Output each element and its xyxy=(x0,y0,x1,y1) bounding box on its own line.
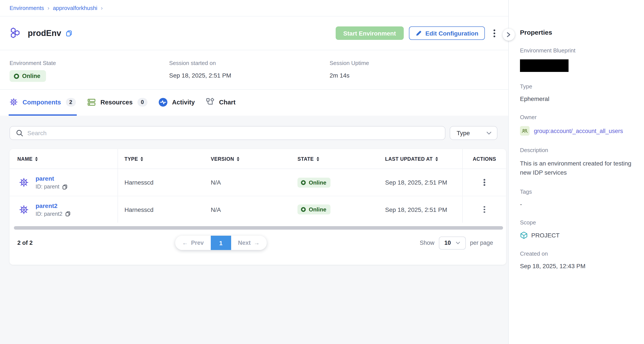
tab-activity[interactable]: Activity xyxy=(158,90,196,116)
column-header-state[interactable]: STATE xyxy=(291,149,378,169)
page-header: prodEnv Start Environment Edit Configura… xyxy=(0,16,508,50)
chevron-down-icon xyxy=(456,242,460,244)
gear-icon xyxy=(10,98,18,106)
field-created-on: Created on Sep 18, 2025, 12:43 PM xyxy=(520,250,636,270)
session-started-value: Sep 18, 2025, 2:51 PM xyxy=(169,72,330,79)
type-filter-dropdown[interactable]: Type xyxy=(450,126,498,140)
version-cell: N/A xyxy=(204,169,291,196)
table-toolbar: Type xyxy=(10,126,498,140)
breadcrumb-environments[interactable]: Environments xyxy=(10,5,44,11)
arrow-left-icon: ← xyxy=(182,240,188,246)
sort-icon[interactable] xyxy=(435,157,438,161)
sort-icon[interactable] xyxy=(316,157,319,161)
session-uptime-block: Session Uptime 2m 14s xyxy=(330,50,369,89)
kebab-icon xyxy=(484,182,485,183)
arrow-right-icon: → xyxy=(254,240,260,246)
kebab-icon xyxy=(494,32,495,34)
pencil-icon xyxy=(416,30,422,36)
show-label: Show xyxy=(420,240,434,246)
group-icon xyxy=(520,126,530,136)
session-started-block: Session started on Sep 18, 2025, 2:51 PM xyxy=(169,50,330,89)
search-input[interactable] xyxy=(27,130,439,136)
prev-page-button[interactable]: ← Prev xyxy=(175,236,211,250)
collapse-panel-button[interactable] xyxy=(502,28,515,41)
current-page-button[interactable]: 1 xyxy=(211,236,231,250)
type-cell: Harnesscd xyxy=(118,169,204,196)
tab-bar: Components 2 Resources 0 xyxy=(0,90,508,116)
table-row: parent ID: parent xyxy=(10,169,506,196)
component-id: ID: parent xyxy=(36,184,68,190)
tab-resources[interactable]: Resources 0 xyxy=(86,90,148,116)
main-column: Environments › approvalforkhushi › prodE… xyxy=(0,0,508,344)
properties-title: Properties xyxy=(520,28,636,36)
session-started-label: Session started on xyxy=(169,60,330,66)
properties-panel: Properties Environment Blueprint Type Ep… xyxy=(508,0,644,344)
environment-hexagon-logo-icon xyxy=(10,27,22,40)
field-tags: Tags - xyxy=(520,188,636,208)
component-name-link[interactable]: parent xyxy=(36,175,68,182)
table-row: parent2 ID: parent2 xyxy=(10,196,506,223)
search-field xyxy=(10,126,446,140)
header-more-options-button[interactable] xyxy=(490,26,499,40)
sort-icon[interactable] xyxy=(35,157,38,161)
breadcrumb: Environments › approvalforkhushi › xyxy=(0,0,508,16)
page-size-control: Show 10 per page xyxy=(420,236,493,249)
state-badge: Online xyxy=(298,177,331,187)
resources-icon xyxy=(87,98,96,106)
type-value: Ephemeral xyxy=(520,95,636,103)
chevron-down-icon xyxy=(486,131,491,134)
environment-detail-page: Environments › approvalforkhushi › prodE… xyxy=(0,0,644,344)
column-header-last-updated[interactable]: LAST UPDATED AT xyxy=(378,149,462,169)
component-gear-icon xyxy=(19,178,28,187)
edit-configuration-button[interactable]: Edit Configuration xyxy=(409,26,485,40)
kebab-icon xyxy=(484,209,485,210)
scope-value: PROJECT xyxy=(531,232,560,239)
environment-state-label: Environment State xyxy=(10,60,169,66)
cube-icon xyxy=(520,231,528,239)
actions-cell xyxy=(462,196,506,223)
copy-environment-name-button[interactable] xyxy=(66,30,72,37)
horizontal-scrollbar[interactable] xyxy=(14,226,503,230)
name-cell: parent2 ID: parent2 xyxy=(10,196,118,223)
column-header-actions: ACTIONS xyxy=(462,149,506,169)
owner-group-link[interactable]: group:account/_account_all_users xyxy=(534,128,623,134)
breadcrumb-separator: › xyxy=(48,5,50,11)
last-updated-cell: Sep 18, 2025, 2:51 PM xyxy=(378,169,462,196)
name-cell: parent ID: parent xyxy=(10,169,118,196)
per-page-label: per page xyxy=(470,240,493,246)
next-page-button[interactable]: Next → xyxy=(231,236,267,250)
sort-icon[interactable] xyxy=(141,157,143,161)
row-count-summary: 2 of 2 xyxy=(17,240,33,246)
resources-count-badge: 0 xyxy=(138,98,148,106)
tab-components[interactable]: Components 2 xyxy=(9,90,76,116)
start-environment-button[interactable]: Start Environment xyxy=(336,26,404,40)
tab-chart[interactable]: Chart xyxy=(205,90,236,116)
breadcrumb-environment-name[interactable]: approvalforkhushi xyxy=(53,5,97,11)
last-updated-cell: Sep 18, 2025, 2:51 PM xyxy=(378,196,462,223)
component-gear-icon xyxy=(19,205,28,214)
session-uptime-label: Session Uptime xyxy=(330,60,369,66)
field-owner: Owner group:account/_account_all_users xyxy=(520,114,636,136)
status-strip: Environment State Online Session started… xyxy=(0,50,508,90)
version-cell: N/A xyxy=(204,196,291,223)
column-header-version[interactable]: VERSION xyxy=(204,149,291,169)
row-more-options-button[interactable] xyxy=(480,203,489,216)
header-actions: Start Environment Edit Configuration xyxy=(336,26,499,40)
row-more-options-button[interactable] xyxy=(480,176,489,189)
field-description: Description This is an environment creat… xyxy=(520,147,636,177)
page-size-dropdown[interactable]: 10 xyxy=(439,236,466,249)
component-name-link[interactable]: parent2 xyxy=(36,202,71,209)
sort-icon[interactable] xyxy=(237,157,240,161)
copy-id-button[interactable] xyxy=(65,211,71,217)
column-header-name[interactable]: NAME xyxy=(10,149,118,169)
copy-id-button[interactable] xyxy=(62,184,68,190)
environment-state-badge: Online xyxy=(10,70,46,82)
component-id: ID: parent2 xyxy=(36,211,71,217)
search-icon xyxy=(16,129,24,137)
table-footer: 2 of 2 Show 10 per p xyxy=(10,230,506,265)
field-type: Type Ephemeral xyxy=(520,83,636,103)
field-scope: Scope PROJECT xyxy=(520,219,636,239)
chevron-right-icon xyxy=(506,32,511,37)
state-cell: Online xyxy=(291,196,378,223)
column-header-type[interactable]: TYPE xyxy=(118,149,204,169)
